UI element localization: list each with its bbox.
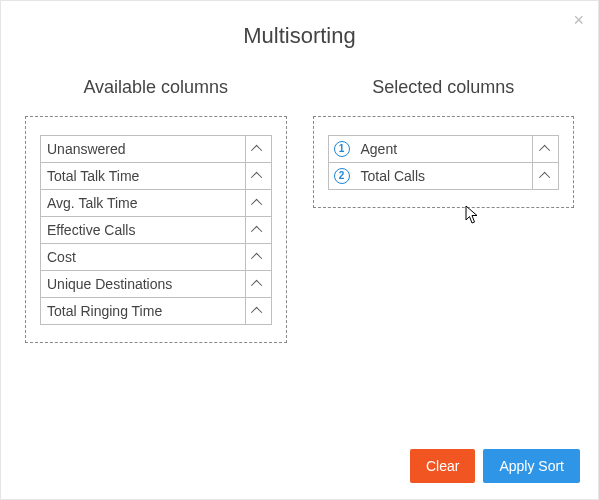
available-item-label: Unique Destinations [41, 276, 245, 292]
available-item-label: Avg. Talk Time [41, 195, 245, 211]
order-badge: 2 [329, 168, 355, 184]
multisort-dialog: × Multisorting Available columns Unanswe… [0, 0, 599, 500]
chevron-up-icon [538, 172, 549, 183]
sort-direction-toggle[interactable] [245, 298, 271, 324]
sort-direction-toggle[interactable] [245, 271, 271, 297]
sort-direction-toggle[interactable] [245, 163, 271, 189]
selected-title: Selected columns [313, 77, 575, 98]
order-number: 2 [334, 168, 350, 184]
sort-direction-toggle[interactable] [532, 136, 558, 162]
dialog-footer: Clear Apply Sort [410, 449, 580, 483]
sort-direction-toggle[interactable] [245, 217, 271, 243]
available-item-label: Total Talk Time [41, 168, 245, 184]
available-title: Available columns [25, 77, 287, 98]
available-item[interactable]: Avg. Talk Time [40, 189, 272, 217]
apply-sort-button[interactable]: Apply Sort [483, 449, 580, 483]
available-item-label: Unanswered [41, 141, 245, 157]
selected-item[interactable]: 2Total Calls [328, 162, 560, 190]
selected-item[interactable]: 1Agent [328, 135, 560, 163]
chevron-up-icon [251, 199, 262, 210]
clear-button[interactable]: Clear [410, 449, 475, 483]
selected-dropzone[interactable]: 1Agent2Total Calls [313, 116, 575, 208]
available-panel-wrap: Available columns UnansweredTotal Talk T… [25, 77, 287, 343]
available-item[interactable]: Cost [40, 243, 272, 271]
order-number: 1 [334, 141, 350, 157]
available-item[interactable]: Effective Calls [40, 216, 272, 244]
available-item[interactable]: Total Talk Time [40, 162, 272, 190]
selected-panel-wrap: Selected columns 1Agent2Total Calls [313, 77, 575, 343]
chevron-up-icon [251, 145, 262, 156]
sort-direction-toggle[interactable] [245, 136, 271, 162]
selected-item-label: Total Calls [355, 168, 533, 184]
sort-direction-toggle[interactable] [532, 163, 558, 189]
available-item[interactable]: Total Ringing Time [40, 297, 272, 325]
dialog-title: Multisorting [1, 23, 598, 49]
available-item-label: Total Ringing Time [41, 303, 245, 319]
columns-container: Available columns UnansweredTotal Talk T… [1, 77, 598, 343]
chevron-up-icon [251, 307, 262, 318]
chevron-up-icon [251, 280, 262, 291]
chevron-up-icon [251, 253, 262, 264]
sort-direction-toggle[interactable] [245, 244, 271, 270]
order-badge: 1 [329, 141, 355, 157]
sort-direction-toggle[interactable] [245, 190, 271, 216]
chevron-up-icon [251, 172, 262, 183]
chevron-up-icon [251, 226, 262, 237]
available-item-label: Cost [41, 249, 245, 265]
available-dropzone[interactable]: UnansweredTotal Talk TimeAvg. Talk TimeE… [25, 116, 287, 343]
available-item[interactable]: Unanswered [40, 135, 272, 163]
selected-item-label: Agent [355, 141, 533, 157]
close-icon[interactable]: × [573, 11, 584, 29]
chevron-up-icon [538, 145, 549, 156]
available-item[interactable]: Unique Destinations [40, 270, 272, 298]
available-item-label: Effective Calls [41, 222, 245, 238]
